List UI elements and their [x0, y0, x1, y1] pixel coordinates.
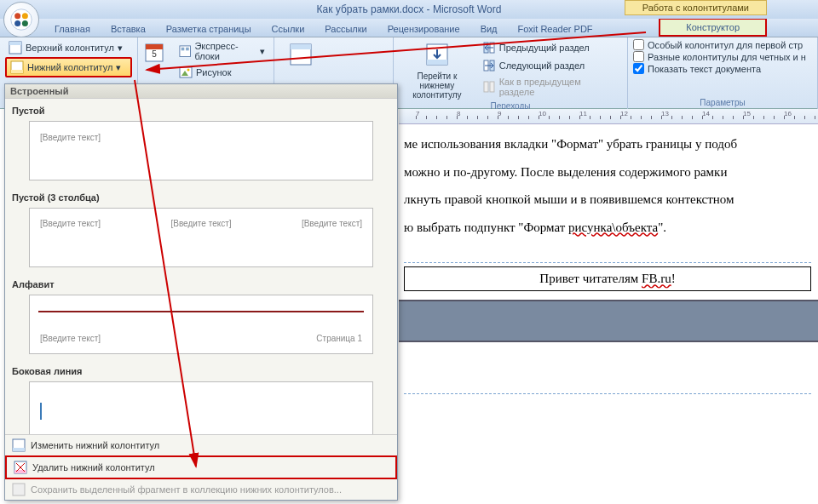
- next-section-button[interactable]: Следующий раздел: [479, 57, 622, 74]
- next-section-icon: [482, 59, 496, 72]
- tab-insert[interactable]: Вставка: [101, 21, 156, 37]
- svg-point-2: [22, 13, 28, 19]
- svg-point-17: [187, 69, 190, 72]
- footer-content[interactable]: Привет читателям FB.ru!: [404, 266, 811, 291]
- footer-label: Нижний колонтитул: [27, 62, 112, 72]
- first-page-label: Особый колонтитул для первой стр: [648, 40, 803, 50]
- gallery-item-sideline-title: Боковая линия: [12, 363, 390, 380]
- options-group-label: Параметры: [633, 98, 812, 109]
- svg-rect-8: [11, 70, 23, 73]
- tab-references[interactable]: Ссылки: [262, 21, 315, 37]
- gallery-item-sideline[interactable]: [29, 381, 373, 434]
- goto-footer-label: Перейти к нижнему колонтитулу: [402, 72, 472, 100]
- remove-footer-item[interactable]: Удалить нижний колонтитул: [5, 455, 397, 479]
- sideline-bar: [40, 403, 42, 420]
- doc-paragraph: ю выбрать подпункт "Формат рисунка\объек…: [404, 218, 811, 238]
- svg-rect-26: [484, 82, 488, 92]
- tab-home[interactable]: Главная: [44, 21, 101, 37]
- doc-paragraph: можно и по-другому. После выделения соде…: [404, 163, 811, 182]
- gallery-item-blank3-title: Пустой (3 столбца): [12, 189, 390, 206]
- edit-footer-icon: [12, 438, 26, 452]
- tab-review[interactable]: Рецензирование: [377, 21, 470, 37]
- link-previous-label: Как в предыдущем разделе: [499, 77, 619, 97]
- svg-rect-27: [490, 82, 494, 92]
- doc-paragraph: лкнуть правой кнопкой мыши и в появившем…: [404, 190, 811, 209]
- date-time-button[interactable]: 5: [143, 39, 172, 70]
- placeholder-text: [Введите текст]: [40, 219, 101, 256]
- edit-footer-label: Изменить нижний колонтитул: [31, 440, 159, 450]
- goto-footer-icon: [423, 41, 451, 68]
- contextual-tab-label: Работа с колонтитулами: [625, 0, 767, 15]
- goto-footer-button[interactable]: Перейти к нижнему колонтитулу: [399, 39, 475, 101]
- prev-section-button[interactable]: Предыдущий раздел: [479, 39, 622, 56]
- tab-mailings[interactable]: Рассылки: [314, 21, 377, 37]
- prev-section-label: Предыдущий раздел: [499, 43, 590, 53]
- footer-separator: [404, 262, 811, 263]
- footer-gallery-dropdown: Встроенный Пустой [Введите текст] Пустой…: [4, 83, 398, 501]
- odd-even-label: Разные колонтитулы для четных и н: [648, 52, 806, 62]
- goto-header-icon: [287, 41, 314, 68]
- quick-parts-label: Экспресс-блоки: [194, 41, 256, 61]
- tab-view[interactable]: Вид: [470, 21, 508, 37]
- page-break-gap: [399, 300, 818, 342]
- svg-rect-34: [13, 484, 25, 495]
- quick-parts-button[interactable]: Экспресс-блоки▾: [176, 39, 268, 63]
- picture-icon: [179, 66, 193, 79]
- svg-point-0: [11, 9, 32, 31]
- picture-button[interactable]: Рисунок: [176, 64, 268, 81]
- dropdown-arrow-icon: ▾: [118, 43, 123, 54]
- save-selection-label: Сохранить выделенный фрагмент в коллекци…: [31, 484, 342, 495]
- gallery-header: Встроенный: [5, 84, 397, 99]
- link-previous-button[interactable]: Как в предыдущем разделе: [479, 75, 622, 99]
- picture-label: Рисунок: [196, 67, 232, 77]
- footer-dropdown[interactable]: Нижний колонтитул▾: [5, 57, 132, 77]
- svg-point-4: [22, 20, 28, 26]
- tab-designer[interactable]: Конструктор: [659, 18, 767, 37]
- document-area: 78910111213141516 ме использования вклад…: [399, 109, 818, 504]
- footer-icon: [10, 60, 24, 74]
- gallery-item-alphabet-title: Алфавит: [12, 276, 390, 293]
- placeholder-text: [Введите текст]: [40, 334, 101, 343]
- remove-footer-label: Удалить нижний колонтитул: [32, 462, 155, 472]
- prev-section-icon: [482, 41, 496, 54]
- svg-text:5: 5: [152, 49, 157, 59]
- link-previous-icon: [482, 80, 496, 94]
- svg-rect-29: [13, 448, 25, 451]
- odd-even-checkbox[interactable]: Разные колонтитулы для четных и н: [633, 51, 806, 62]
- tab-layout[interactable]: Разметка страницы: [156, 21, 262, 37]
- footer-separator: [404, 393, 811, 394]
- header-label: Верхний колонтитул: [26, 43, 114, 53]
- first-page-checkbox[interactable]: Особый колонтитул для первой стр: [633, 39, 806, 50]
- svg-rect-6: [9, 42, 21, 45]
- svg-rect-13: [181, 47, 185, 50]
- office-button[interactable]: [3, 2, 39, 37]
- tab-foxit[interactable]: Foxit Reader PDF: [508, 21, 603, 37]
- svg-point-1: [14, 13, 20, 19]
- placeholder-text: [Введите текст]: [170, 219, 231, 256]
- svg-rect-14: [186, 47, 189, 50]
- gallery-item-blank-title: Пустой: [12, 102, 390, 119]
- dropdown-arrow-icon: ▾: [116, 62, 121, 73]
- svg-rect-19: [291, 44, 311, 49]
- placeholder-text: [Введите текст]: [302, 219, 362, 256]
- remove-footer-icon: [14, 461, 27, 474]
- svg-rect-21: [427, 60, 447, 65]
- page-number-text: Страница 1: [316, 334, 362, 343]
- date-icon: 5: [144, 41, 171, 68]
- quick-parts-icon: [179, 44, 191, 58]
- show-text-checkbox[interactable]: Показать текст документа: [633, 63, 806, 74]
- header-dropdown[interactable]: Верхний колонтитул▾: [5, 39, 132, 56]
- edit-footer-item[interactable]: Изменить нижний колонтитул: [5, 435, 397, 455]
- header-icon: [9, 41, 22, 54]
- doc-paragraph: ме использования вкладки "Формат" убрать…: [404, 135, 811, 154]
- gallery-item-blank[interactable]: [Введите текст]: [29, 121, 373, 180]
- show-text-label: Показать текст документа: [648, 64, 761, 74]
- next-section-label: Следующий раздел: [499, 60, 585, 71]
- svg-point-3: [14, 20, 20, 26]
- document-body[interactable]: ме использования вкладки "Формат" убрать…: [399, 124, 818, 394]
- save-selection-icon: [12, 483, 26, 496]
- placeholder-text: [Введите текст]: [40, 133, 101, 142]
- gallery-item-alphabet[interactable]: [Введите текст] Страница 1: [29, 295, 373, 354]
- gallery-item-blank3[interactable]: [Введите текст] [Введите текст] [Введите…: [29, 208, 373, 267]
- horizontal-ruler[interactable]: 78910111213141516: [399, 109, 818, 124]
